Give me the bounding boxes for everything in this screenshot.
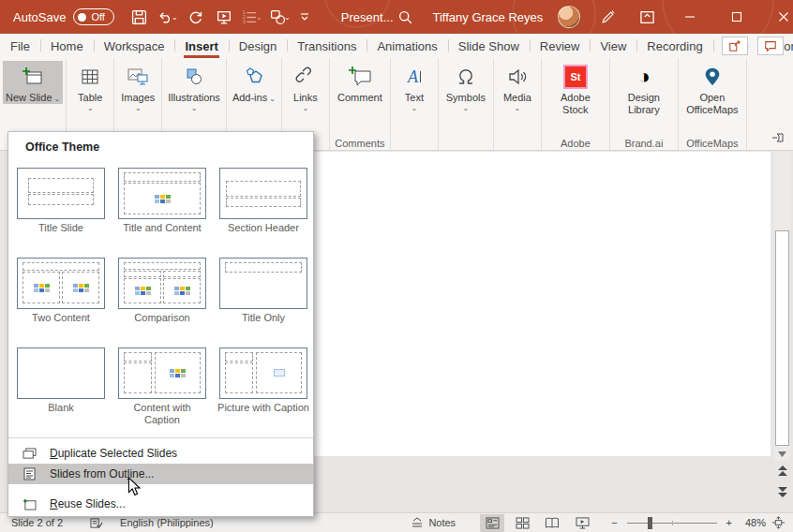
table-button[interactable]: Table ⌄ [69, 61, 111, 112]
slide-indicator[interactable]: Slide 2 of 2 [11, 517, 63, 528]
pin-icon [772, 132, 786, 143]
user-name[interactable]: Tiffany Grace Reyes [433, 10, 544, 24]
spell-check-button[interactable] [89, 517, 103, 529]
images-button[interactable]: Images ⌄ [117, 61, 158, 112]
language-indicator[interactable]: English (Philippines) [120, 517, 214, 528]
illustrations-button[interactable]: Illustrations ⌄ [165, 61, 223, 112]
avatar[interactable] [558, 6, 580, 28]
chevron-down-icon: ⌄ [463, 105, 470, 112]
layout-thumbnail [118, 258, 206, 309]
adobe-stock-button[interactable]: St Adobe Stock [545, 61, 606, 116]
layout-blank[interactable]: Blank [14, 347, 108, 414]
media-button[interactable]: Media ⌄ [497, 61, 538, 112]
ribbon-display-options-icon [639, 9, 655, 25]
zoom-out-button[interactable]: − [611, 517, 617, 528]
notes-icon [411, 517, 424, 528]
reading-view-button[interactable] [540, 514, 564, 532]
fit-to-window-button[interactable] [771, 516, 786, 529]
pin-ribbon-button[interactable] [772, 130, 786, 147]
layout-picture-with-caption[interactable]: Picture with Caption [217, 347, 310, 414]
minimize-icon [684, 11, 696, 22]
slide-sorter-view-button[interactable] [510, 514, 534, 532]
customize-toolbar-button[interactable] [296, 5, 313, 29]
tab-animations[interactable]: Animations [367, 34, 447, 58]
previous-slide-button[interactable] [776, 464, 789, 479]
tab-home[interactable]: Home [40, 34, 94, 58]
new-slide-button[interactable]: New Slide⌄ [3, 61, 63, 104]
close-button[interactable] [768, 0, 793, 34]
normal-view-button[interactable] [480, 514, 504, 532]
symbols-button[interactable]: Symbols ⌄ [441, 61, 490, 112]
undo-button[interactable]: ⌄ [156, 5, 180, 29]
fit-to-window-icon [771, 516, 786, 529]
start-slideshow-button[interactable] [212, 5, 236, 29]
tab-design[interactable]: Design [229, 34, 287, 58]
layout-thumbnail [17, 347, 105, 399]
tab-review[interactable]: Review [530, 34, 591, 58]
images-label: Images [121, 92, 155, 104]
open-officemaps-button[interactable]: Open OfficeMaps [681, 61, 743, 116]
menu-separator [8, 437, 313, 438]
tab-workspace[interactable]: Workspace [94, 34, 175, 58]
group-label-brandai: Brand.ai [610, 138, 678, 149]
menu-item-duplicate-selected-slides[interactable]: Duplicate Selected Slides [8, 443, 313, 464]
shapes-button[interactable]: ⌄ [268, 5, 292, 29]
numbered-list-button: 123 ⌄ [240, 5, 264, 29]
tab-file[interactable]: File [0, 34, 40, 58]
chevron-down-icon: ⌄ [515, 105, 521, 112]
design-library-label: Design Library [616, 92, 672, 116]
layout-thumbnail [17, 258, 105, 309]
layout-content-with-caption[interactable]: Content with Caption [115, 347, 209, 426]
slide-canvas[interactable] [281, 152, 771, 456]
slideshow-view-button[interactable] [570, 514, 594, 532]
vertical-scrollbar-thumb[interactable] [775, 230, 789, 446]
layout-comparison[interactable]: Comparison [115, 258, 209, 324]
tab-recording[interactable]: Recording [636, 34, 712, 58]
svg-text:A: A [407, 67, 419, 86]
minimize-button[interactable] [674, 0, 706, 34]
add-ins-button[interactable]: Add-ins⌄ [230, 61, 278, 104]
layout-two-content[interactable]: Two Content [14, 258, 108, 324]
layout-title-and-content[interactable]: Title and Content [115, 168, 209, 234]
layout-section-header[interactable]: Section Header [217, 168, 310, 234]
statusbar-left: Slide 2 of 2 English (Philippines) [11, 517, 214, 529]
links-button[interactable]: Links ⌄ [285, 61, 326, 112]
zoom-slider-thumb[interactable] [648, 517, 652, 529]
maximize-button[interactable] [721, 0, 753, 34]
ribbon-display-options-button[interactable] [635, 5, 659, 29]
tab-transitions[interactable]: Transitions [287, 34, 367, 58]
zoom-slider[interactable] [627, 523, 717, 524]
zoom-in-button[interactable]: + [726, 517, 732, 528]
chevron-down-icon: ⌄ [135, 105, 142, 112]
comments-button[interactable] [757, 37, 784, 55]
tab-view[interactable]: View [590, 34, 636, 58]
editing-pen-button[interactable] [595, 5, 620, 29]
comment-button[interactable]: Comment [333, 61, 387, 104]
autosave-toggle[interactable]: Off [73, 8, 113, 25]
save-button[interactable] [127, 5, 152, 29]
notes-label: Notes [428, 517, 456, 528]
share-button[interactable] [722, 37, 748, 55]
menu-item-reuse-slides[interactable]: Reuse Slides... [8, 494, 313, 514]
notes-button[interactable]: Notes [411, 517, 456, 528]
design-library-button[interactable]: ◑ Design Library [613, 61, 675, 116]
tab-insert[interactable]: Insert [174, 34, 228, 58]
layout-thumbnail [219, 347, 307, 399]
zoom-level[interactable]: 48% [738, 517, 766, 528]
redo-button[interactable] [184, 5, 208, 29]
next-slide-button[interactable] [776, 484, 789, 499]
tabrow-buttons [722, 37, 784, 55]
add-ins-label: Add-ins⌄ [232, 92, 276, 104]
text-box-icon: A [404, 65, 425, 89]
menu-item-slides-from-outline[interactable]: Slides from Outline... [8, 464, 313, 484]
layout-title-slide[interactable]: Title Slide [14, 168, 108, 234]
layout-thumbnail [219, 168, 307, 219]
powerpoint-window: { "titlebar": { "autosave_label": "AutoS… [0, 0, 793, 532]
scroll-down-button[interactable] [775, 448, 789, 461]
tab-slide-show[interactable]: Slide Show [448, 34, 530, 58]
layout-title-only[interactable]: Title Only [217, 258, 310, 324]
search-button[interactable] [394, 5, 418, 29]
text-button[interactable]: A Text ⌄ [394, 61, 435, 112]
svg-text:3: 3 [243, 19, 246, 23]
links-label: Links [293, 92, 318, 104]
